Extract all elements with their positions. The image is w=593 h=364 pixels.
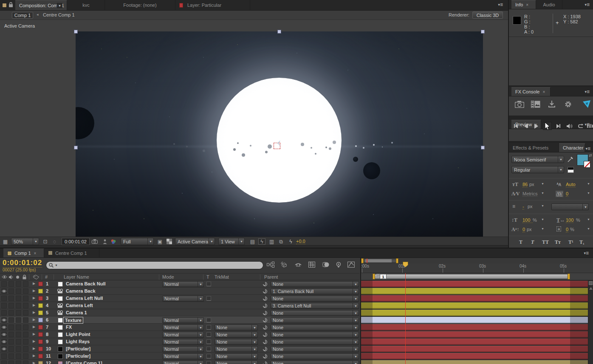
stroke-style-dropdown[interactable]: ▼ <box>551 203 589 210</box>
audio-toggle[interactable] <box>8 310 14 316</box>
preserve-transparency-toggle[interactable] <box>206 282 211 286</box>
work-area-bar[interactable] <box>373 274 570 279</box>
composition-canvas[interactable] <box>76 31 483 237</box>
fx-gallery-icon[interactable] <box>531 101 540 108</box>
selection-handle[interactable] <box>74 30 78 34</box>
preserve-transparency-toggle[interactable] <box>206 332 211 337</box>
parent-pickwhip-icon[interactable] <box>263 347 268 352</box>
snapshot-icon[interactable] <box>91 238 98 245</box>
expand-arrow-icon[interactable]: ▶ <box>33 289 35 293</box>
faux-style-button-2[interactable]: TT <box>542 239 549 245</box>
preserve-transparency-toggle[interactable] <box>206 361 211 364</box>
expand-arrow-icon[interactable]: ▶ <box>33 347 35 350</box>
preserve-transparency-toggle[interactable] <box>206 354 211 358</box>
layer-row-3[interactable]: ▶3Camera Left NullNormal▼None▼ <box>0 295 359 302</box>
video-toggle[interactable] <box>1 310 7 316</box>
parent-dropdown[interactable]: 3. Camera Left Null▼ <box>271 303 359 309</box>
solo-toggle[interactable] <box>16 303 21 308</box>
viewer-timecode[interactable]: 0:00:01:02 <box>62 238 90 245</box>
composition-viewer[interactable]: Active Camera <box>0 20 508 237</box>
play-button[interactable] <box>532 122 541 130</box>
parent-dropdown[interactable]: None▼ <box>271 346 359 352</box>
layer-name[interactable]: Light Rays <box>65 339 91 344</box>
label-color-chip[interactable] <box>38 354 43 358</box>
parent-pickwhip-icon[interactable] <box>263 325 268 330</box>
grid-options-icon[interactable]: ▦ <box>2 238 9 245</box>
lock-toggle[interactable] <box>23 317 28 323</box>
fx-snapshot-icon[interactable] <box>515 101 524 108</box>
comp-marker-1[interactable]: 1 <box>380 274 387 279</box>
layer-duration-bar-7[interactable] <box>361 324 589 330</box>
tab-layer[interactable]: Layer: Particular <box>175 0 250 10</box>
parent-pickwhip-icon[interactable] <box>263 289 268 294</box>
adjust-exposure-icon[interactable]: ϟ <box>287 238 294 245</box>
label-color-chip[interactable] <box>38 347 43 351</box>
tab-info[interactable]: Info× <box>511 0 536 9</box>
label-color-chip[interactable] <box>38 282 43 286</box>
blend-mode-dropdown[interactable]: Normal▼ <box>162 281 204 287</box>
layer-duration-bar-2[interactable] <box>361 288 589 294</box>
tracking-arrow-icon[interactable]: ▼ <box>587 192 590 195</box>
fx-console-logo-icon[interactable] <box>582 100 591 108</box>
solo-toggle[interactable] <box>16 324 21 330</box>
target-region-icon[interactable]: ▣ <box>156 238 164 245</box>
parent-dropdown[interactable]: None▼ <box>271 317 359 323</box>
audio-toggle[interactable] <box>8 332 14 337</box>
work-area-start-handle[interactable] <box>373 274 375 279</box>
tab-composition[interactable]: Composition: Comp 1 ▼ × <box>15 0 67 10</box>
layer-name[interactable]: Camera Back <box>65 288 97 294</box>
trkmat-dropdown[interactable]: None▼ <box>215 361 258 364</box>
vertical-scale-value[interactable]: 100 <box>522 217 533 223</box>
label-color-chip[interactable] <box>38 361 43 364</box>
parent-pickwhip-icon[interactable] <box>263 282 268 287</box>
video-toggle[interactable] <box>1 332 7 337</box>
layer-row-10[interactable]: ▶10[Particular]Normal▼None▼None▼ <box>0 345 359 353</box>
expand-arrow-icon[interactable]: ▶ <box>33 282 35 285</box>
faux-style-button-1[interactable]: T <box>531 239 534 245</box>
default-fill-stroke-icon[interactable] <box>568 167 574 173</box>
cache-frames-icon[interactable] <box>586 122 593 130</box>
layer-duration-bar-10[interactable] <box>361 346 589 352</box>
preserve-transparency-toggle[interactable] <box>206 296 211 301</box>
audio-toggle[interactable] <box>8 339 14 344</box>
timeline-tab-centre-comp[interactable]: Centre Comp 1 <box>44 248 99 257</box>
layer-duration-bar-8[interactable] <box>361 331 589 338</box>
exposure-value[interactable]: +0.0 <box>296 239 305 244</box>
lock-toggle[interactable] <box>23 324 28 330</box>
frame-blending-icon[interactable] <box>308 262 315 268</box>
stroke-width-arrow-icon[interactable]: ▼ <box>541 204 544 207</box>
motion-blur-icon[interactable] <box>322 262 329 268</box>
navigator-start-handle[interactable] <box>361 258 364 263</box>
lock-toggle[interactable] <box>23 353 28 359</box>
breadcrumb-sub-comp[interactable]: Centre Comp 1 <box>43 12 75 17</box>
solo-toggle[interactable] <box>16 288 21 294</box>
layer-row-11[interactable]: ▶11[Particular]Normal▼None▼None▼ <box>0 353 359 360</box>
search-options-arrow-icon[interactable]: ▼ <box>55 264 58 267</box>
parent-dropdown[interactable]: None▼ <box>271 310 359 316</box>
preserve-transparency-toggle[interactable] <box>206 318 211 322</box>
font-size-value[interactable]: 86 <box>522 182 528 187</box>
expand-arrow-icon[interactable]: ▶ <box>33 303 35 307</box>
faux-style-button-4[interactable]: T¹ <box>568 239 573 245</box>
trkmat-dropdown[interactable]: None▼ <box>215 324 258 330</box>
solo-toggle[interactable] <box>16 353 21 359</box>
tab-kvc[interactable]: kvc <box>68 0 105 10</box>
solo-toggle[interactable] <box>16 332 21 337</box>
layer-row-4[interactable]: ▶4Camera Left3. Camera Left Null▼ <box>0 302 359 309</box>
tracking-value[interactable]: 0 <box>566 191 568 197</box>
stroke-width-value[interactable]: - <box>522 204 524 209</box>
parent-pickwhip-icon[interactable] <box>263 303 268 308</box>
blend-mode-dropdown[interactable]: Normal▼ <box>162 317 204 323</box>
layer-row-7[interactable]: ▶7FXNormal▼None▼None▼ <box>0 324 359 331</box>
faux-style-button-3[interactable]: Tᴛ <box>555 239 561 245</box>
safe-zones-icon[interactable]: ⊡ <box>42 238 49 245</box>
layer-name[interactable]: Camera 1 <box>65 310 88 316</box>
parent-pickwhip-icon[interactable] <box>263 361 268 364</box>
shy-layers-icon[interactable] <box>295 262 302 267</box>
baseline-shift-value[interactable]: 0 <box>522 227 525 232</box>
label-color-chip[interactable] <box>38 289 43 293</box>
timeline-button-icon[interactable]: ▤ <box>249 238 256 245</box>
layer-name[interactable]: Light Point <box>65 331 91 337</box>
parent-column-header[interactable]: Parent <box>264 274 278 279</box>
label-color-chip[interactable] <box>38 339 43 344</box>
